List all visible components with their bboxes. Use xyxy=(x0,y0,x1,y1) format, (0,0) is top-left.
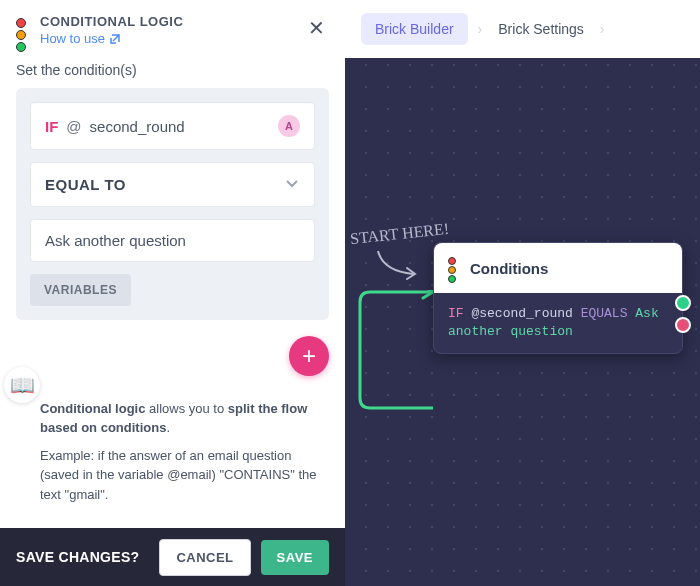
condition-variable-row[interactable]: IF @ second_round A xyxy=(30,102,315,150)
help-text-1: Conditional logic allows you to split th… xyxy=(40,399,329,438)
close-icon[interactable]: ✕ xyxy=(304,14,329,42)
condition-block: IF @ second_round A EQUAL TO VARIABLES xyxy=(16,88,329,320)
operator-label: EQUAL TO xyxy=(45,176,126,193)
breadcrumb-sep: › xyxy=(600,21,605,37)
canvas[interactable]: START HERE! Conditions IF @second_round … xyxy=(345,0,700,586)
node-title: Conditions xyxy=(470,260,548,277)
panel-subtitle: Set the condition(s) xyxy=(0,62,345,88)
traffic-light-icon xyxy=(16,18,28,52)
panel-title: CONDITIONAL LOGIC xyxy=(40,14,292,29)
node-body: IF @second_round EQUALS Ask another ques… xyxy=(434,293,682,353)
chevron-down-icon xyxy=(284,175,300,194)
breadcrumb-sep: › xyxy=(478,21,483,37)
book-icon: 📖 xyxy=(4,367,40,403)
code-if: IF xyxy=(448,306,464,321)
help-text-2: Example: if the answer of an email quest… xyxy=(40,446,329,505)
help-card: 📖 Conditional logic allows you to split … xyxy=(0,385,345,529)
output-port-true[interactable] xyxy=(675,295,691,311)
at-symbol: @ xyxy=(66,118,81,135)
top-nav: Brick Builder › Brick Settings › xyxy=(345,0,700,58)
value-input-row xyxy=(30,219,315,262)
variable-name: second_round xyxy=(90,118,270,135)
if-keyword: IF xyxy=(45,118,58,135)
panel-header: CONDITIONAL LOGIC How to use ✕ xyxy=(0,0,345,62)
flow-edge xyxy=(355,290,435,410)
value-input[interactable] xyxy=(45,232,300,249)
config-panel: CONDITIONAL LOGIC How to use ✕ Set the c… xyxy=(0,0,345,528)
save-button[interactable]: SAVE xyxy=(261,540,329,575)
cancel-button[interactable]: CANCEL xyxy=(159,539,250,576)
node-header: Conditions xyxy=(434,243,682,293)
variables-button[interactable]: VARIABLES xyxy=(30,274,131,306)
variable-badge: A xyxy=(278,115,300,137)
tab-brick-settings[interactable]: Brick Settings xyxy=(492,13,590,45)
code-value: Ask xyxy=(635,306,658,321)
save-changes-label: SAVE CHANGES? xyxy=(16,549,149,565)
operator-select[interactable]: EQUAL TO xyxy=(30,162,315,207)
code-operator: EQUALS xyxy=(581,306,628,321)
tab-brick-builder[interactable]: Brick Builder xyxy=(361,13,468,45)
code-value-cont: another question xyxy=(448,324,573,339)
how-to-use-link[interactable]: How to use xyxy=(40,31,121,46)
traffic-light-icon xyxy=(448,257,460,283)
external-link-icon xyxy=(109,33,121,45)
output-port-false[interactable] xyxy=(675,317,691,333)
code-variable: @second_round xyxy=(471,306,572,321)
add-condition-button[interactable]: + xyxy=(289,336,329,376)
start-arrow-icon xyxy=(373,246,423,286)
conditions-node[interactable]: Conditions IF @second_round EQUALS Ask a… xyxy=(433,242,683,354)
save-changes-bar: SAVE CHANGES? CANCEL SAVE xyxy=(0,528,345,586)
